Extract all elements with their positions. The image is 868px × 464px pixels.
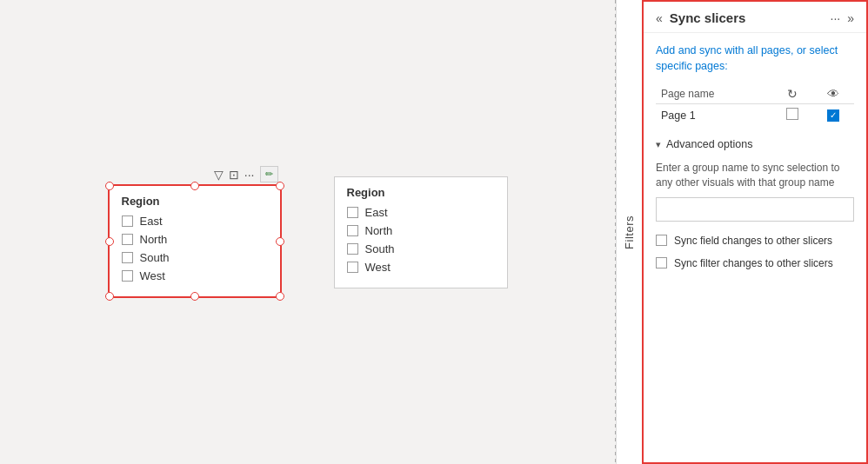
slicer1-item-2[interactable]: South (122, 251, 268, 264)
sync-option-row-1: Sync filter changes to other slicers (656, 256, 854, 271)
filters-strip[interactable]: Filters (616, 0, 642, 464)
visible-cb-cell[interactable]: ✓ (813, 104, 854, 127)
handle-ml[interactable] (105, 237, 114, 246)
sync-table: Page name ↻ 👁 Page 1 (656, 84, 854, 126)
sync-panel-title: Sync slicers (670, 10, 746, 25)
slicer2-box[interactable]: Region East North South West (334, 176, 508, 288)
handle-bc[interactable] (190, 292, 199, 301)
group-name-description: Enter a group name to sync selection to … (656, 161, 854, 190)
advanced-options-label: Advanced options (666, 138, 752, 150)
more-options-icon[interactable]: ··· (831, 11, 841, 25)
handle-tr[interactable] (276, 182, 284, 190)
sync-option-row-0: Sync field changes to other slicers (656, 234, 854, 249)
focus-icon[interactable]: ⊡ (229, 168, 239, 182)
slicer1-cb-1[interactable] (122, 234, 133, 245)
handle-tl[interactable] (105, 182, 114, 190)
col-page-name: Page name (656, 84, 771, 104)
slicer1-wrapper: ▽ ⊡ ··· ✏ Region East North (108, 166, 282, 298)
slicer1-item-0[interactable]: East (122, 215, 268, 228)
slicer1-label-2: South (140, 251, 170, 264)
slicer2-cb-3[interactable] (347, 262, 358, 273)
sync-checkbox-0[interactable] (786, 108, 798, 120)
filters-label: Filters (623, 215, 636, 249)
group-name-input[interactable] (656, 197, 854, 222)
slicer1-label-0: East (140, 215, 163, 228)
page-row-0: Page 1 ✓ (656, 104, 854, 127)
sync-filter-changes-label: Sync filter changes to other slicers (674, 256, 833, 271)
slicer2-item-2[interactable]: South (347, 242, 495, 255)
sync-field-changes-checkbox[interactable] (656, 235, 667, 246)
slicer2-title: Region (347, 186, 495, 199)
slicer2-label-3: West (365, 261, 391, 274)
slicer2-label-0: East (365, 206, 388, 219)
slicer1-cb-3[interactable] (122, 270, 133, 282)
slicer2-item-1[interactable]: North (347, 224, 495, 237)
slicer1-label-1: North (140, 233, 168, 246)
slicer1-box[interactable]: Region East North South West (108, 184, 282, 298)
sync-filter-changes-checkbox[interactable] (656, 257, 667, 268)
slicer1-cb-0[interactable] (122, 215, 133, 227)
slicer2-cb-0[interactable] (347, 207, 358, 218)
canvas-area: ▽ ⊡ ··· ✏ Region East North (0, 0, 615, 464)
slicer2-label-1: North (365, 224, 393, 237)
eye-icon: 👁 (827, 87, 839, 101)
back-icon[interactable]: « (656, 11, 663, 25)
sync-cb-cell[interactable] (771, 104, 812, 127)
slicer1-title: Region (122, 195, 268, 208)
sync-panel-body: Add and sync with all pages, or select s… (644, 33, 866, 462)
slicer1-item-3[interactable]: West (122, 269, 268, 282)
slicer2-item-0[interactable]: East (347, 206, 495, 219)
sync-field-changes-label: Sync field changes to other slicers (674, 234, 832, 249)
advanced-options-row[interactable]: ▾ Advanced options (656, 138, 854, 150)
slicer1-toolbar: ▽ ⊡ ··· ✏ (108, 166, 282, 182)
handle-tc[interactable] (190, 182, 199, 190)
slicer1-item-1[interactable]: North (122, 233, 268, 246)
handle-br[interactable] (276, 292, 284, 301)
refresh-icon: ↻ (787, 87, 798, 101)
edit-button[interactable]: ✏ (260, 166, 278, 182)
sync-panel: « Sync slicers ··· » Add and sync with a… (642, 0, 868, 464)
slicer2-label-2: South (365, 242, 395, 255)
slicer2-wrapper: Region East North South West (334, 176, 508, 288)
sync-description: Add and sync with all pages, or select s… (656, 43, 854, 74)
handle-bl[interactable] (105, 292, 114, 301)
forward-icon[interactable]: » (847, 11, 854, 25)
slicer2-cb-1[interactable] (347, 225, 358, 236)
chevron-down-icon: ▾ (656, 139, 661, 150)
slicer2-cb-2[interactable] (347, 243, 358, 255)
sync-panel-header: « Sync slicers ··· » (644, 2, 866, 33)
col-visible-icon: 👁 (813, 84, 854, 104)
sync-panel-actions: ··· » (831, 11, 854, 25)
more-icon[interactable]: ··· (244, 168, 255, 182)
col-sync-icon: ↻ (771, 84, 812, 104)
filter-icon[interactable]: ▽ (214, 168, 224, 182)
slicer1-cb-2[interactable] (122, 252, 133, 263)
visible-checkbox-0[interactable]: ✓ (827, 109, 839, 122)
page-name-cell: Page 1 (656, 104, 771, 127)
slicer2-item-3[interactable]: West (347, 261, 495, 274)
handle-mr[interactable] (276, 237, 284, 246)
slicer1-label-3: West (140, 269, 165, 282)
